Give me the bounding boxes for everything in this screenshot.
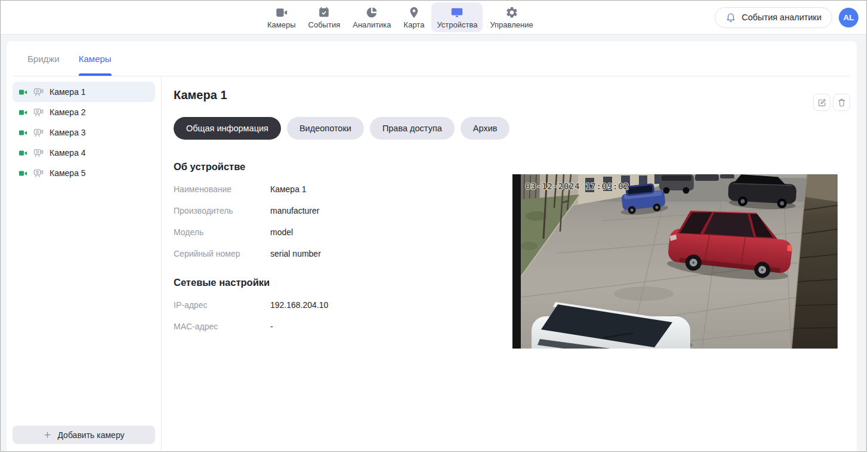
video-camera-icon <box>275 5 288 20</box>
info-label: MAC-адрес <box>174 322 270 331</box>
info-value: model <box>270 227 293 237</box>
app-window: Камеры События Аналитика Карта Устройств… <box>0 0 867 452</box>
camera-name: Камера 4 <box>50 148 86 158</box>
snapshot-timestamp: 03-12-2024 17:09:02 <box>526 181 629 191</box>
camera-online-icon <box>18 169 27 178</box>
camera-snapshot: 03-12-2024 17:09:02 <box>512 174 838 349</box>
camera-detail-panel: Камера 1 Общая информация Видеопотоки Пр… <box>162 77 857 451</box>
header-right: События аналитики AL <box>715 1 858 34</box>
content-card: Бриджи Камеры Камера 1 Камера 2 <box>7 41 857 451</box>
camera-list-item[interactable]: Камера 3 <box>13 122 155 143</box>
info-value: Камера 1 <box>270 184 307 194</box>
info-value: - <box>270 322 273 331</box>
info-label: Производитель <box>174 206 270 215</box>
plus-icon <box>43 430 52 439</box>
camera-name: Камера 5 <box>50 168 86 178</box>
map-pin-icon <box>407 5 421 20</box>
delete-icon <box>837 98 847 107</box>
section-heading-about-device: Об устройстве <box>174 161 845 172</box>
camera-online-icon <box>18 108 27 117</box>
avatar[interactable]: AL <box>839 8 858 27</box>
tab-cameras[interactable]: Камеры <box>79 41 112 76</box>
tab-bridges[interactable]: Бриджи <box>27 41 60 76</box>
nav-item-management[interactable]: Управление <box>484 2 538 32</box>
analytics-events-label: События аналитики <box>742 13 821 22</box>
main-nav: Камеры События Аналитика Карта Устройств… <box>262 1 539 34</box>
camera-name: Камера 1 <box>50 87 86 97</box>
tab-archive[interactable]: Архив <box>461 117 510 140</box>
camera-list-item[interactable]: Камера 5 <box>13 163 155 183</box>
info-label: Серийный номер <box>174 249 270 258</box>
camera-list-item[interactable]: Камера 1 <box>13 82 155 102</box>
webcam-icon <box>33 168 44 179</box>
nav-item-label: Карта <box>404 20 425 29</box>
info-label: Модель <box>174 227 270 237</box>
nav-item-devices[interactable]: Устройства <box>431 2 483 32</box>
tab-access-rights[interactable]: Права доступа <box>370 117 455 140</box>
nav-item-label: События <box>308 20 341 29</box>
tab-label: Камеры <box>79 54 112 64</box>
camera-online-icon <box>18 149 27 158</box>
detail-tabs: Общая информация Видеопотоки Права досту… <box>174 117 845 140</box>
camera-list-panel: Камера 1 Камера 2 Камера 3 Камера 4 <box>7 77 162 451</box>
nav-item-cameras[interactable]: Камеры <box>262 2 301 32</box>
delete-camera-button[interactable] <box>833 94 850 111</box>
edit-camera-button[interactable] <box>813 94 830 111</box>
pie-chart-icon <box>365 5 378 20</box>
info-label: IP-адрес <box>174 300 270 310</box>
webcam-icon <box>33 107 44 118</box>
tab-video-streams[interactable]: Видеопотоки <box>287 117 364 140</box>
nav-item-events[interactable]: События <box>303 2 346 32</box>
camera-actions <box>813 94 850 111</box>
info-value: manufacturer <box>270 206 319 215</box>
camera-online-icon <box>18 88 27 97</box>
monitor-icon <box>450 5 464 20</box>
nav-item-analytics[interactable]: Аналитика <box>347 2 396 32</box>
top-header: Камеры События Аналитика Карта Устройств… <box>1 1 866 35</box>
tab-general-info[interactable]: Общая информация <box>174 117 281 140</box>
camera-online-icon <box>18 128 27 137</box>
camera-name: Камера 3 <box>50 128 86 137</box>
camera-name: Камера 2 <box>50 107 86 117</box>
add-camera-button[interactable]: Добавить камеру <box>13 426 155 444</box>
webcam-icon <box>33 147 44 159</box>
bell-icon <box>725 12 736 23</box>
device-type-tabs: Бриджи Камеры <box>14 41 850 76</box>
tab-label: Бриджи <box>27 54 60 64</box>
info-value: 192.168.204.10 <box>270 300 328 310</box>
edit-icon <box>817 98 827 107</box>
webcam-icon <box>33 127 44 138</box>
nav-item-label: Устройства <box>437 20 477 29</box>
info-label: Наименование <box>174 184 270 194</box>
camera-list-item[interactable]: Камера 4 <box>13 143 155 163</box>
gear-icon <box>505 5 518 20</box>
analytics-events-button[interactable]: События аналитики <box>715 7 832 28</box>
info-value: serial number <box>270 249 321 258</box>
nav-item-map[interactable]: Карта <box>399 2 430 32</box>
add-camera-label: Добавить камеру <box>57 430 124 440</box>
calendar-events-icon <box>317 5 330 20</box>
camera-list-item[interactable]: Камера 2 <box>13 102 155 122</box>
webcam-icon <box>33 87 44 98</box>
nav-item-label: Управление <box>490 20 533 29</box>
avatar-initials: AL <box>844 13 854 22</box>
nav-item-label: Аналитика <box>353 20 391 29</box>
page-title: Камера 1 <box>174 88 845 102</box>
nav-item-label: Камеры <box>267 20 296 29</box>
card-body: Камера 1 Камера 2 Камера 3 Камера 4 <box>7 77 857 451</box>
